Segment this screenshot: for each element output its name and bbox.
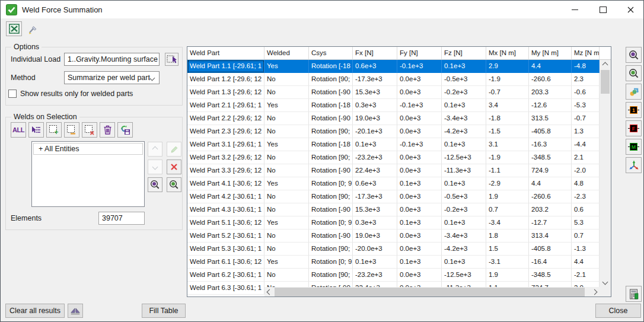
table-row[interactable]: Weld Part 1.1 [-29.61; 1YesRotation [-18… [187, 60, 600, 73]
table-row[interactable]: Weld Part 2.1 [-29.61; 1YesRotation [-18… [187, 99, 600, 112]
table-cell[interactable]: -23.2e+3 [353, 269, 397, 282]
table-cell[interactable]: -0.1e+3 [397, 60, 442, 73]
table-cell[interactable]: -2.0 [572, 164, 600, 177]
table-row[interactable]: Weld Part 3.1 [-29.61; 1YesRotation [-18… [187, 138, 600, 151]
table-cell[interactable]: 0.3e+3 [353, 99, 397, 112]
table-cell[interactable]: 1.9 [486, 269, 529, 282]
table-cell[interactable]: 0.3e+3 [353, 216, 397, 229]
table-cell[interactable]: Weld Part 2.3 [-29.6; 12 [187, 125, 264, 138]
vertical-scrollbar[interactable] [600, 60, 611, 297]
table-cell[interactable]: -3.1 [486, 256, 529, 269]
vertical-scrollbar-thumb[interactable] [601, 70, 610, 94]
table-cell[interactable]: Rotation [-90 [309, 203, 353, 216]
table-cell[interactable]: 3.4 [486, 99, 529, 112]
table-cell[interactable]: 22.4e+3 [353, 164, 397, 177]
table-cell[interactable]: 0.0e+3 [397, 229, 442, 243]
table-cell[interactable]: -3.4e+3 [442, 112, 486, 125]
table-cell[interactable]: -23.2e+3 [353, 151, 397, 164]
table-row[interactable]: Weld Part 4.2 [-30.61; 1NoRotation [90;-… [187, 190, 600, 203]
table-row[interactable]: Weld Part 1.2 [-29.6; 12NoRotation [90;-… [187, 73, 600, 86]
table-row[interactable]: Weld Part 1.3 [-29.6; 12NoRotation [-901… [187, 86, 600, 99]
table-cell[interactable]: 2.1 [572, 151, 600, 164]
table-cell[interactable]: -2.9 [486, 177, 529, 190]
close-button[interactable]: Close [595, 304, 641, 318]
delete-from-selection-button[interactable] [82, 122, 97, 138]
table-cell[interactable]: Rotation [-90 [309, 86, 353, 99]
table-cell[interactable]: No [264, 203, 309, 216]
add-to-selection-button[interactable]: + [46, 122, 62, 138]
table-cell[interactable]: 2.9 [486, 60, 529, 73]
table-cell[interactable]: -1.9 [486, 151, 529, 164]
table-cell[interactable]: 4.4 [572, 256, 600, 269]
table-cell[interactable]: -4.2e+3 [442, 243, 486, 256]
table-cell[interactable]: 15.3e+3 [353, 86, 397, 99]
table-cell[interactable]: Rotation [-18 [309, 99, 353, 112]
elements-count-field[interactable]: 39707 [98, 212, 145, 225]
table-cell[interactable]: -4.8 [572, 60, 600, 73]
table-cell[interactable]: 0.7 [572, 229, 600, 243]
table-cell[interactable]: 15.3e+3 [353, 203, 397, 216]
scroll-down-button[interactable] [600, 277, 611, 287]
table-cell[interactable]: 1.9 [486, 190, 529, 203]
table-row[interactable]: Weld Part 6.2 [-30.61; 1NoRotation [90;-… [187, 269, 600, 282]
table-cell[interactable]: 0.0e+3 [397, 164, 442, 177]
table-row[interactable]: Weld Part 3.3 [-29.6; 12NoRotation [-902… [187, 164, 600, 177]
column-header[interactable]: Fx [N] [353, 47, 397, 60]
table-cell[interactable]: No [264, 190, 309, 203]
horizontal-scrollbar-thumb[interactable] [275, 288, 585, 297]
table-cell[interactable]: 1.5 [486, 243, 529, 256]
table-cell[interactable]: Rotation [-18 [309, 60, 353, 73]
clear-all-results-button[interactable]: Clear all results [5, 304, 65, 318]
table-cell[interactable]: 0.0e+3 [397, 86, 442, 99]
table-cell[interactable]: Rotation [90; [309, 269, 353, 282]
maximize-button[interactable] [589, 1, 617, 18]
table-cell[interactable]: No [264, 229, 309, 243]
table-row[interactable]: Weld Part 2.2 [-29.6; 12NoRotation [-901… [187, 112, 600, 125]
table-cell[interactable]: Weld Part 1.3 [-29.6; 12 [187, 86, 264, 99]
table-row[interactable]: Weld Part 5.1 [-30.6; 12YesRotation [0; … [187, 216, 600, 229]
summation-calculator-button[interactable] [626, 286, 642, 302]
show-numbers-button[interactable]: 1 [626, 102, 642, 118]
table-cell[interactable]: No [264, 243, 309, 256]
column-header[interactable]: Mz [N m] [572, 47, 600, 60]
table-cell[interactable]: -11.3e+3 [442, 164, 486, 177]
table-cell[interactable]: Rotation [-90 [309, 112, 353, 125]
table-cell[interactable]: Rotation [90; [309, 151, 353, 164]
title-bar[interactable]: Weld Force Summation [1, 1, 643, 18]
table-cell[interactable]: 0.0e+3 [397, 151, 442, 164]
table-cell[interactable]: 4.8 [572, 177, 600, 190]
table-row[interactable]: Weld Part 3.2 [-29.6; 12NoRotation [90;-… [187, 151, 600, 164]
table-cell[interactable]: 1.3 [572, 125, 600, 138]
table-cell[interactable]: -0.6 [572, 86, 600, 99]
zoom-selected-green-button[interactable] [626, 65, 642, 81]
table-cell[interactable]: 19.0e+3 [353, 229, 397, 243]
table-cell[interactable]: -12.7 [529, 216, 572, 229]
table-cell[interactable]: Rotation [0; 9 [309, 256, 353, 269]
table-cell[interactable]: Rotation [90; [309, 125, 353, 138]
table-cell[interactable]: Rotation [0; 9 [309, 216, 353, 229]
table-cell[interactable]: Yes [264, 177, 309, 190]
table-cell[interactable]: -12.5e+3 [442, 151, 486, 164]
table-cell[interactable]: 0.1e+3 [397, 216, 442, 229]
column-header[interactable]: Fy [N] [397, 47, 442, 60]
table-cell[interactable]: Rotation [0; 9 [309, 177, 353, 190]
close-button-titlebar[interactable] [617, 1, 644, 18]
table-cell[interactable]: -1.9 [486, 73, 529, 86]
table-cell[interactable]: 0.1e+3 [442, 177, 486, 190]
table-cell[interactable]: 4.4 [529, 177, 572, 190]
scroll-up-button[interactable] [600, 60, 611, 70]
method-dropdown[interactable]: Summarize per weld part [64, 71, 160, 84]
table-row[interactable]: Weld Part 6.1 [-30.6; 12YesRotation [0; … [187, 256, 600, 269]
table-cell[interactable]: No [264, 73, 309, 86]
show-only-welded-checkbox[interactable] [8, 90, 17, 98]
table-cell[interactable]: Weld Part 5.2 [-30.61; 1 [187, 229, 264, 243]
table-cell[interactable]: Weld Part 6.2 [-30.61; 1 [187, 269, 264, 282]
table-cell[interactable]: 5.3 [572, 216, 600, 229]
minimize-button[interactable] [561, 1, 589, 18]
table-cell[interactable]: -1.1 [486, 164, 529, 177]
table-cell[interactable]: -3.4e+3 [442, 229, 486, 243]
table-cell[interactable]: Yes [264, 216, 309, 229]
table-cell[interactable]: -0.1e+3 [397, 99, 442, 112]
table-cell[interactable]: -2.3 [572, 190, 600, 203]
table-cell[interactable]: -0.5e+3 [442, 190, 486, 203]
